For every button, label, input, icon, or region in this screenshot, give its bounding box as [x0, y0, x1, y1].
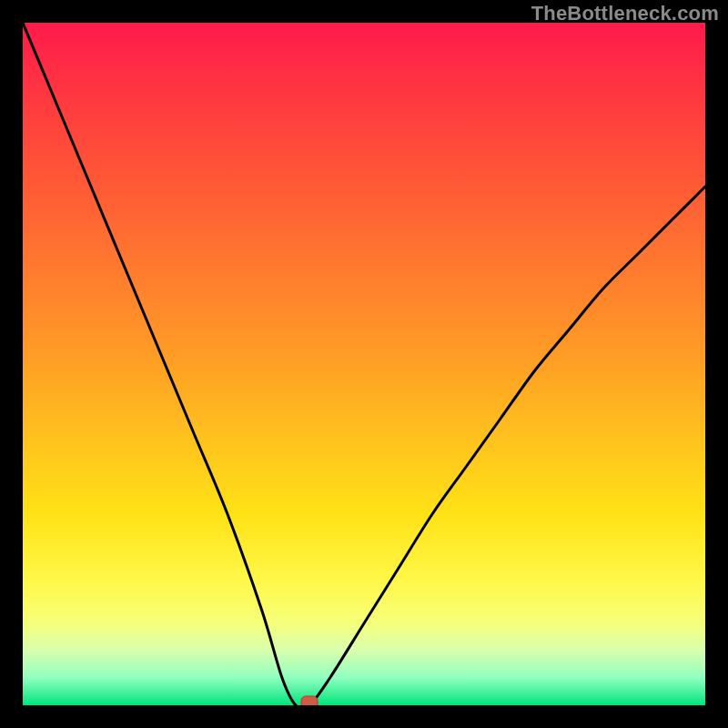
- optimum-marker: [301, 696, 318, 705]
- chart-svg: [23, 23, 705, 705]
- plot-area: [23, 23, 705, 705]
- outer-frame: TheBottleneck.com: [0, 0, 728, 728]
- bottleneck-curve: [23, 23, 705, 705]
